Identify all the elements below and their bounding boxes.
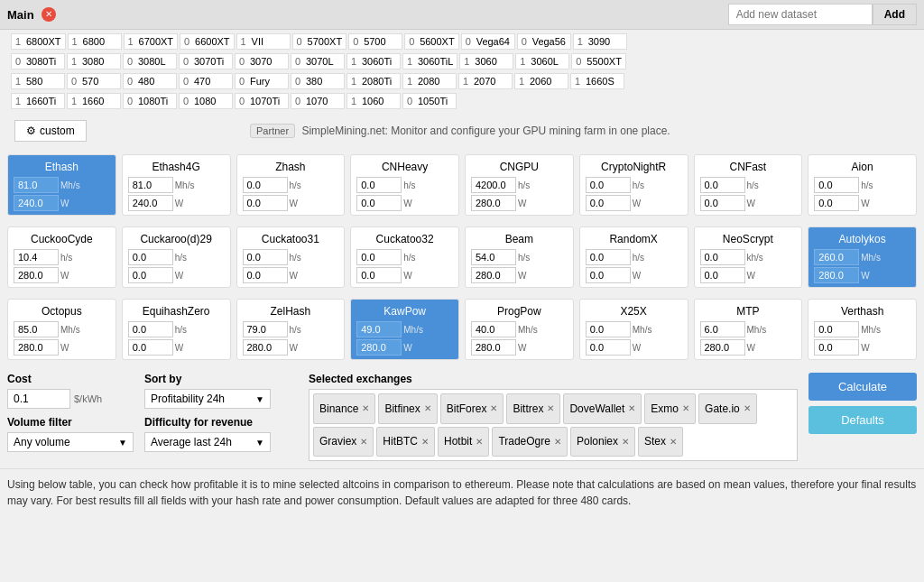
- defaults-button[interactable]: Defaults: [808, 406, 917, 434]
- sort-select[interactable]: Profitability 24h ▼: [144, 389, 271, 409]
- hash-input[interactable]: [700, 321, 745, 337]
- hash-input[interactable]: [471, 177, 516, 193]
- custom-button[interactable]: ⚙ custom: [14, 120, 87, 142]
- algo-autolykos[interactable]: Autolykos Mh/s W: [808, 226, 917, 288]
- algo-verthash[interactable]: Verthash Mh/s W: [808, 299, 917, 360]
- gpu-cell[interactable]: 13060Ti: [346, 53, 401, 69]
- algo-cnheavy[interactable]: CNHeavy h/s W: [350, 154, 459, 216]
- gpu-cell[interactable]: 16800: [68, 33, 122, 50]
- algo-cuckatoo32[interactable]: Cuckatoo32 h/s W: [350, 226, 459, 288]
- hash-input[interactable]: [814, 177, 859, 193]
- gpu-cell[interactable]: 0470: [179, 73, 233, 89]
- power-input[interactable]: [14, 339, 59, 356]
- gpu-cell[interactable]: 05700XT: [292, 33, 347, 50]
- algo-zelhash[interactable]: ZelHash h/s W: [236, 299, 346, 360]
- remove-stex[interactable]: ✕: [670, 437, 677, 447]
- add-dataset-input[interactable]: [728, 4, 873, 25]
- gpu-cell[interactable]: 13090: [573, 33, 627, 50]
- power-input[interactable]: [14, 195, 59, 211]
- power-input[interactable]: [471, 195, 516, 211]
- algo-ethash[interactable]: Ethash Mh/s W: [7, 154, 116, 216]
- difficulty-select[interactable]: Average last 24h ▼: [144, 432, 271, 452]
- gpu-cell[interactable]: 0570: [67, 73, 121, 89]
- algo-randomx[interactable]: RandomX h/s W: [579, 226, 688, 288]
- gpu-cell[interactable]: 12080Ti: [346, 73, 401, 89]
- hash-input[interactable]: [128, 321, 173, 337]
- hash-input[interactable]: [700, 177, 745, 193]
- hash-input[interactable]: [243, 249, 288, 265]
- power-input[interactable]: [356, 267, 402, 283]
- hash-input[interactable]: [128, 249, 173, 265]
- gpu-cell[interactable]: 13060: [459, 53, 513, 69]
- algo-cuckoo[interactable]: CuckooCyde h/s W: [7, 226, 116, 288]
- gpu-cell[interactable]: 03080L: [123, 53, 177, 69]
- power-input[interactable]: [243, 267, 288, 283]
- remove-graviex[interactable]: ✕: [360, 437, 367, 447]
- gpu-cell[interactable]: 12080: [402, 73, 457, 89]
- algo-beam[interactable]: Beam h/s W: [465, 226, 574, 288]
- gpu-cell[interactable]: 0480: [123, 73, 177, 89]
- algo-zhash[interactable]: Zhash h/s W: [236, 154, 346, 216]
- remove-dovewallet[interactable]: ✕: [628, 403, 635, 413]
- algo-cuckaroo29[interactable]: Cuckaroo(d)29 h/s W: [122, 226, 231, 288]
- gpu-cell[interactable]: 0Vega64: [461, 33, 515, 50]
- hash-input[interactable]: [243, 321, 288, 337]
- remove-exmo[interactable]: ✕: [682, 403, 689, 413]
- gpu-cell[interactable]: 03070Ti: [179, 53, 233, 69]
- gpu-cell[interactable]: 13080: [67, 53, 121, 69]
- remove-bittrex[interactable]: ✕: [547, 403, 554, 413]
- power-input[interactable]: [128, 339, 173, 356]
- hash-input[interactable]: [14, 321, 59, 337]
- power-input[interactable]: [586, 267, 631, 283]
- power-input[interactable]: [14, 267, 59, 283]
- gpu-cell[interactable]: 05700: [348, 33, 402, 50]
- power-input[interactable]: [814, 267, 859, 283]
- cost-input[interactable]: [7, 389, 70, 409]
- power-input[interactable]: [356, 339, 402, 356]
- power-input[interactable]: [128, 267, 173, 283]
- remove-tradeogre[interactable]: ✕: [554, 437, 561, 447]
- power-input[interactable]: [471, 339, 516, 356]
- gpu-cell[interactable]: 11060: [346, 93, 401, 109]
- power-input[interactable]: [471, 267, 516, 283]
- gpu-cell[interactable]: 0Vega56: [517, 33, 571, 50]
- algo-ethash4g[interactable]: Ethash4G Mh/s W: [122, 154, 231, 216]
- gpu-cell[interactable]: 05500XT: [571, 53, 626, 69]
- algo-progpow[interactable]: ProgPow Mh/s W: [465, 299, 574, 360]
- power-input[interactable]: [814, 339, 859, 356]
- remove-hitbtc[interactable]: ✕: [421, 437, 429, 447]
- gpu-cell[interactable]: 1580: [11, 73, 65, 89]
- remove-binance[interactable]: ✕: [362, 403, 369, 413]
- hash-input[interactable]: [814, 321, 859, 337]
- hash-input[interactable]: [471, 249, 516, 265]
- algo-cuckatoo31[interactable]: Cuckatoo31 h/s W: [236, 226, 346, 288]
- power-input[interactable]: [700, 267, 745, 283]
- hash-input[interactable]: [356, 321, 402, 337]
- algo-cnfast[interactable]: CNFast h/s W: [694, 154, 803, 216]
- close-button[interactable]: ✕: [42, 7, 56, 22]
- gpu-cell[interactable]: 01070: [291, 93, 345, 109]
- algo-aion[interactable]: Aion h/s W: [808, 154, 917, 216]
- gpu-cell[interactable]: 03070: [235, 53, 289, 69]
- hash-input[interactable]: [243, 177, 288, 193]
- gpu-cell[interactable]: 03080Ti: [11, 53, 65, 69]
- algo-cryptonightr[interactable]: CryptoNightR h/s W: [579, 154, 688, 216]
- gpu-cell[interactable]: 1VII: [236, 33, 291, 50]
- gpu-cell[interactable]: 01070Ti: [235, 93, 289, 109]
- algo-octopus[interactable]: Octopus Mh/s W: [7, 299, 116, 360]
- gpu-cell[interactable]: 16700XT: [124, 33, 179, 50]
- add-button[interactable]: Add: [873, 4, 917, 25]
- remove-gateio[interactable]: ✕: [744, 403, 751, 413]
- hash-input[interactable]: [700, 249, 745, 265]
- hash-input[interactable]: [356, 249, 402, 265]
- hash-input[interactable]: [14, 249, 59, 265]
- gpu-cell[interactable]: 06600XT: [180, 33, 235, 50]
- calculate-button[interactable]: Calculate: [808, 373, 917, 401]
- hash-input[interactable]: [814, 249, 859, 265]
- hash-input[interactable]: [586, 321, 631, 337]
- power-input[interactable]: [586, 195, 631, 211]
- power-input[interactable]: [814, 195, 859, 211]
- hash-input[interactable]: [356, 177, 402, 193]
- gpu-cell[interactable]: 13060TiL: [402, 53, 457, 69]
- gpu-cell[interactable]: 13060L: [515, 53, 569, 69]
